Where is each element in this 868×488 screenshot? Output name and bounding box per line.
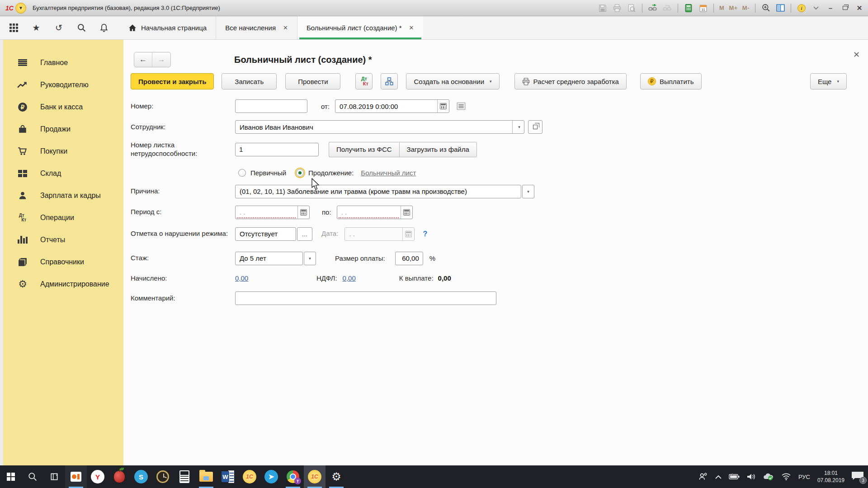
go-to-link-icon[interactable]: [648, 4, 658, 13]
print-preview-icon[interactable]: [627, 4, 637, 13]
taskbar-app-1c-reports[interactable]: [65, 465, 87, 488]
tab-close-icon[interactable]: ✕: [409, 24, 414, 31]
calendar-picker-button[interactable]: [297, 206, 309, 219]
people-tray-icon[interactable]: [698, 472, 708, 481]
memory-m-minus-button[interactable]: M-: [742, 5, 750, 11]
nav-forward-button[interactable]: →: [152, 52, 170, 67]
taskbar-app-explorer[interactable]: [195, 465, 217, 488]
reason-dropdown-button[interactable]: ▾: [522, 185, 534, 198]
get-from-fss-button[interactable]: Получить из ФСС: [329, 142, 399, 157]
primary-radio[interactable]: [238, 169, 246, 177]
action-center-button[interactable]: 3: [852, 472, 863, 482]
main-menu-dropdown-button[interactable]: ▼: [15, 3, 26, 14]
sidebar-item-bank[interactable]: ₽ Банк и касса: [3, 96, 123, 118]
search-icon[interactable]: [76, 23, 87, 33]
battery-icon[interactable]: [729, 474, 740, 480]
wifi-icon[interactable]: [781, 473, 791, 480]
tab-close-icon[interactable]: ✕: [283, 24, 288, 31]
info-icon[interactable]: i: [797, 4, 807, 13]
sidebar-item-administration[interactable]: ⚙ Администрирование: [3, 273, 123, 295]
taskbar-app-settings[interactable]: ⚙: [326, 465, 347, 488]
taskbar-app-word[interactable]: W: [217, 465, 239, 488]
more-button[interactable]: Еще▾: [810, 73, 847, 89]
period-from-field[interactable]: . .: [235, 206, 310, 219]
chevron-down-icon[interactable]: [811, 4, 821, 13]
sidebar-item-reports[interactable]: Отчеты: [3, 229, 123, 251]
experience-dropdown-button[interactable]: ▾: [304, 252, 316, 265]
comment-input[interactable]: [235, 291, 496, 305]
save-button[interactable]: Записать: [222, 73, 277, 89]
notifications-bell-icon[interactable]: [99, 23, 109, 33]
experience-combo[interactable]: До 5 лет: [235, 252, 303, 265]
tray-expand-icon[interactable]: [715, 475, 722, 479]
sections-menu-icon[interactable]: [8, 23, 19, 33]
tab-home[interactable]: Начальная страница: [119, 16, 216, 39]
calendar-picker-button[interactable]: [437, 100, 449, 113]
reason-combo[interactable]: (01, 02, 10, 11) Заболевание или травма …: [235, 185, 521, 198]
document-date-field[interactable]: 07.08.2019 0:00:00: [335, 99, 449, 113]
taskbar-app-chrome[interactable]: T: [282, 465, 304, 488]
load-from-file-button[interactable]: Загрузить из файла: [399, 142, 477, 157]
document-structure-button[interactable]: [381, 73, 398, 89]
restore-button[interactable]: [840, 4, 850, 13]
employee-open-button[interactable]: [528, 120, 542, 134]
onedrive-sync-icon[interactable]: [763, 473, 774, 481]
get-link-icon[interactable]: [662, 4, 672, 13]
period-to-field[interactable]: . .: [337, 206, 413, 219]
sidebar-item-manager[interactable]: Руководителю: [3, 74, 123, 96]
volume-icon[interactable]: [747, 473, 756, 480]
sick-number-input[interactable]: [235, 143, 319, 156]
memory-m-button[interactable]: M: [719, 5, 724, 11]
task-view-button[interactable]: [43, 465, 65, 488]
close-button[interactable]: ✕: [854, 4, 864, 12]
tray-clock[interactable]: 18:01 07.08.2019: [817, 469, 844, 484]
taskbar-search-button[interactable]: [22, 465, 43, 488]
employee-combo[interactable]: Иванов Иван Иванович ▾: [235, 120, 524, 134]
sidebar-item-sales[interactable]: Продажи: [3, 118, 123, 140]
taskbar-app-calculator[interactable]: [174, 465, 195, 488]
sidebar-item-warehouse[interactable]: Склад: [3, 162, 123, 184]
post-and-close-button[interactable]: Провести и закрыть: [131, 73, 214, 89]
taskbar-app-apple[interactable]: [108, 465, 130, 488]
sidebar-item-operations[interactable]: Дт Кт Операции: [3, 206, 123, 229]
pay-rate-input[interactable]: [395, 252, 423, 265]
number-input[interactable]: [235, 99, 307, 113]
minimize-button[interactable]: –: [826, 4, 835, 12]
print-icon[interactable]: [612, 4, 622, 13]
violation-field[interactable]: Отсутствует: [235, 227, 296, 241]
zoom-icon[interactable]: [761, 4, 771, 13]
sidebar-item-purchases[interactable]: Покупки: [3, 140, 123, 162]
taskbar-app-1c[interactable]: 1С: [239, 465, 260, 488]
employee-dropdown-button[interactable]: ▾: [512, 121, 524, 133]
nav-back-button[interactable]: ←: [134, 52, 152, 67]
taskbar-app-clock[interactable]: [152, 465, 174, 488]
history-icon[interactable]: ↺: [53, 23, 64, 33]
taskbar-app-telegram[interactable]: ➤: [260, 465, 282, 488]
create-based-on-button[interactable]: Создать на основании▾: [406, 73, 499, 89]
sidebar-item-salary[interactable]: Зарплата и кадры: [3, 184, 123, 206]
calculator-icon[interactable]: [684, 4, 693, 13]
sidebar-item-main[interactable]: Главное: [3, 52, 123, 74]
tab-sick-leave[interactable]: Больничный лист (создание) * ✕: [297, 16, 423, 39]
split-view-icon[interactable]: [775, 4, 785, 13]
tab-all-accruals[interactable]: Все начисления ✕: [216, 16, 297, 39]
taskbar-app-1c-active[interactable]: 1С: [304, 465, 326, 488]
save-icon[interactable]: [598, 4, 608, 13]
form-close-icon[interactable]: ✕: [853, 50, 860, 60]
help-link[interactable]: ?: [423, 230, 427, 238]
average-earnings-button[interactable]: Расчет среднего заработка: [514, 73, 627, 89]
violation-choose-button[interactable]: ...: [297, 227, 312, 241]
document-list-button[interactable]: [456, 102, 466, 111]
favorites-icon[interactable]: ★: [31, 23, 42, 33]
start-button[interactable]: [0, 465, 22, 488]
ndfl-amount-link[interactable]: 0,00: [343, 274, 356, 282]
taskbar-app-skype[interactable]: S: [130, 465, 152, 488]
dtkt-postings-button[interactable]: ДтКт: [355, 73, 373, 89]
language-indicator[interactable]: РУС: [798, 474, 810, 480]
calendar-picker-button[interactable]: [401, 206, 412, 219]
calendar-icon[interactable]: 31: [698, 4, 708, 13]
sick-leave-link[interactable]: Больничный лист: [361, 169, 416, 177]
accrued-amount-link[interactable]: 0,00: [235, 274, 299, 282]
taskbar-app-yandex[interactable]: Y: [87, 465, 108, 488]
continuation-radio[interactable]: [296, 169, 304, 177]
